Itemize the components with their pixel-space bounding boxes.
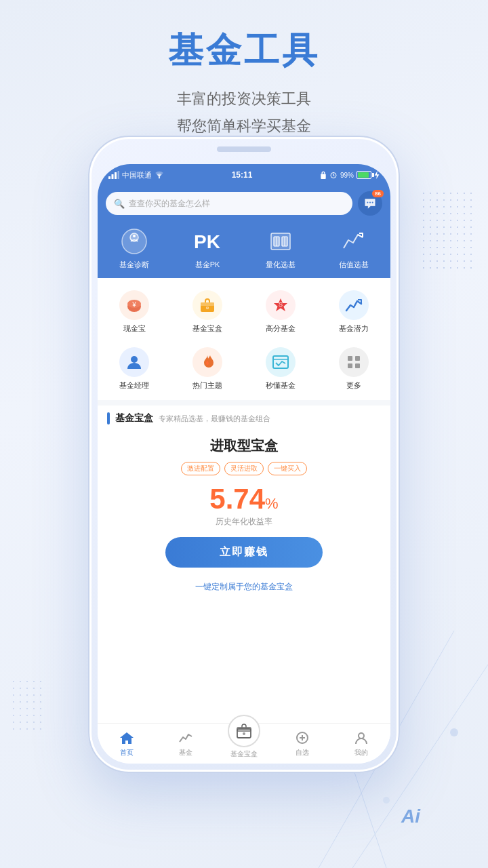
qianli-icon: [339, 290, 369, 320]
svg-rect-8: [115, 172, 117, 179]
svg-rect-40: [355, 363, 360, 368]
nav-watchlist-label: 自选: [296, 748, 309, 757]
nav-home[interactable]: 首页: [98, 730, 156, 757]
alarm-icon: [329, 171, 338, 179]
tool-valuation[interactable]: 估值选基: [317, 226, 390, 270]
tool-quantitative[interactable]: 量化选基: [244, 226, 317, 270]
svg-point-3: [450, 728, 458, 736]
more-label: 更多: [346, 380, 361, 391]
signal-icon: [108, 171, 119, 179]
svg-point-18: [133, 235, 136, 237]
battery-percent: 99%: [340, 172, 354, 179]
svg-rect-7: [112, 174, 114, 179]
icon-xianjinbao[interactable]: ¥ 现金宝: [98, 288, 171, 336]
bottom-nav: 首页 基金: [98, 723, 390, 764]
message-icon: [364, 198, 376, 209]
icon-more[interactable]: 更多: [317, 344, 390, 393]
nav-mine-label: 我的: [354, 748, 368, 757]
nav-home-label: 首页: [120, 748, 134, 757]
message-badge: 86: [372, 190, 384, 197]
tool-pk-label: 基金PK: [195, 260, 220, 270]
xianjinbao-icon: ¥: [119, 290, 149, 320]
svg-text:¥: ¥: [131, 301, 136, 309]
tool-diagnosis-icon-wrap: [119, 226, 149, 256]
pk-icon: PK: [192, 229, 222, 254]
phone-mockup: 中国联通 15:11: [88, 136, 400, 773]
icon-remen[interactable]: 热门主题: [171, 344, 244, 393]
icon-jingli[interactable]: 基金经理: [98, 344, 171, 393]
status-bar: 中国联通 15:11: [98, 164, 390, 186]
icon-gaofen[interactable]: S 高分基金: [244, 288, 317, 336]
card-content: 进取型宝盒 激进配置 灵活进取 一键买入 5.74% 历史年化收益率 立即赚钱 …: [98, 430, 390, 599]
earn-button[interactable]: 立即赚钱: [165, 537, 323, 568]
remen-icon: [192, 347, 222, 377]
search-box[interactable]: 🔍 查查你买的基金怎么样: [106, 192, 352, 215]
svg-rect-39: [348, 363, 352, 368]
lightning-icon: [374, 171, 380, 179]
svg-point-10: [159, 177, 160, 178]
battery-icon: [357, 171, 371, 179]
tool-valuation-icon-wrap: [339, 226, 369, 256]
top-tools-grid: 基金诊断 PK 基金PK: [98, 224, 390, 278]
svg-point-43: [243, 732, 245, 735]
valuation-icon: [340, 228, 367, 255]
icons-grid-2: 基金经理 热门主题: [98, 342, 390, 400]
rate-label: 历史年化收益率: [107, 516, 381, 528]
svg-text:S: S: [279, 301, 283, 308]
tool-valuation-label: 估值选基: [339, 260, 369, 270]
tool-diagnosis[interactable]: 基金诊断: [98, 226, 171, 270]
status-right: 99%: [320, 171, 380, 179]
gaofen-label: 高分基金: [266, 323, 296, 334]
qianli-label: 基金潜力: [339, 323, 369, 334]
tool-pk-icon-wrap: PK: [192, 226, 222, 256]
watchlist-icon: [294, 730, 310, 746]
divider: [98, 400, 390, 406]
page-subtitle: 丰富的投资决策工具 帮您简单科学买基金: [0, 85, 488, 139]
phone-screen: 中国联通 15:11: [98, 164, 390, 764]
tag-2: 一键买入: [268, 462, 307, 475]
nav-center-label: 基金宝盒: [230, 749, 258, 759]
message-button[interactable]: 86: [358, 191, 382, 216]
quantitative-icon: [267, 228, 294, 255]
nav-watchlist[interactable]: 自选: [273, 730, 331, 757]
miaodong-label: 秒懂基金: [266, 380, 296, 391]
svg-point-34: [131, 356, 138, 363]
icon-qianli[interactable]: 基金潜力: [317, 288, 390, 336]
jijinbaohe-icon: ¥: [192, 290, 222, 320]
mine-icon: [353, 730, 369, 746]
tool-pk[interactable]: PK 基金PK: [171, 226, 244, 270]
tag-1: 灵活进取: [224, 462, 264, 475]
phone-notch: [217, 146, 271, 152]
section-accent: [107, 412, 110, 425]
icon-jijinbaohe[interactable]: ¥ 基金宝盒: [171, 288, 244, 336]
svg-rect-6: [108, 176, 110, 179]
search-placeholder: 查查你买的基金怎么样: [129, 198, 210, 210]
svg-rect-11: [321, 174, 325, 179]
page-title: 基金工具: [0, 27, 488, 75]
nav-fund[interactable]: 基金: [156, 730, 214, 757]
svg-text:PK: PK: [194, 231, 220, 252]
gaofen-icon: S: [266, 290, 296, 320]
svg-point-13: [367, 201, 368, 203]
svg-point-4: [383, 797, 390, 804]
section-title: 基金宝盒: [115, 412, 153, 425]
section-desc: 专家精品选基，最赚钱的基金组合: [159, 414, 270, 424]
nav-mine[interactable]: 我的: [332, 730, 390, 757]
fund-icon: [178, 730, 194, 746]
svg-point-15: [372, 201, 373, 203]
tool-quantitative-icon-wrap: [266, 226, 296, 256]
icon-miaodon[interactable]: 秒懂基金: [244, 344, 317, 393]
wifi-icon: [155, 171, 164, 179]
search-icon: 🔍: [114, 199, 125, 209]
lock-icon: [320, 171, 327, 179]
customize-link[interactable]: 一键定制属于您的基金宝盒: [107, 581, 381, 593]
tool-quantitative-label: 量化选基: [266, 260, 296, 270]
tag-0: 激进配置: [181, 462, 220, 475]
diagnosis-icon: [121, 228, 148, 255]
svg-point-14: [369, 201, 371, 203]
nav-center[interactable]: 基金宝盒: [215, 728, 273, 759]
jingli-label: 基金经理: [119, 380, 149, 391]
remen-label: 热门主题: [192, 380, 222, 391]
nav-fund-label: 基金: [179, 748, 192, 757]
svg-point-47: [359, 733, 364, 738]
